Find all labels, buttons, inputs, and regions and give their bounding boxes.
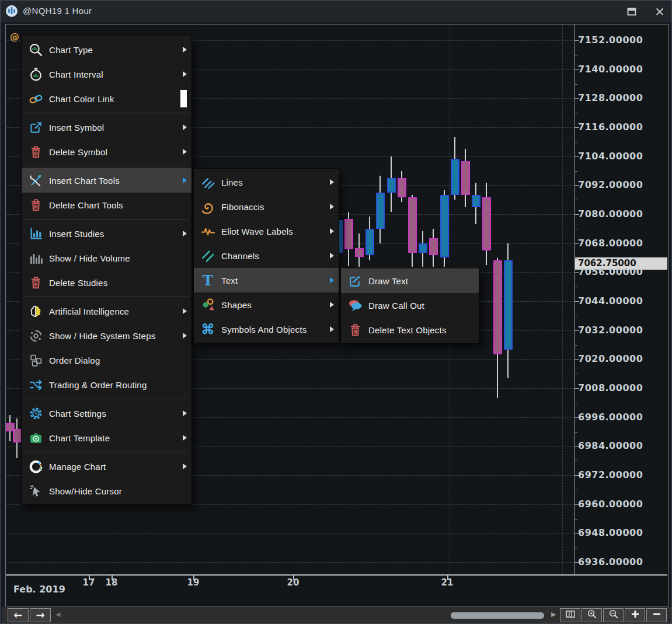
channels-icon (200, 248, 216, 263)
price-axis-tick (574, 243, 579, 244)
candle-down (355, 248, 364, 257)
text-submenu: Draw Text Draw Call Out Delete Text Obje… (340, 267, 479, 344)
price-axis-label: 7068.00000 (578, 238, 666, 249)
price-axis-minor-tick (574, 345, 577, 346)
increase-bar-width-button[interactable] (625, 608, 645, 622)
menu-item-draw-text[interactable]: Draw Text (341, 269, 479, 293)
volume-bars-icon (27, 250, 44, 266)
scrollbar-left-arrow-icon[interactable]: ◀ (55, 611, 60, 618)
candle-down (429, 238, 438, 255)
price-axis-minor-tick (574, 55, 577, 55)
time-axis-label: 21 (441, 577, 454, 588)
price-axis-label: 7092.00000 (578, 179, 666, 191)
chart-context-menu: Chart Type Chart Interval Chart Color Li… (21, 36, 192, 505)
price-axis-tick (574, 40, 579, 41)
trash-icon (27, 197, 44, 212)
menu-item-insert-chart-tools[interactable]: Insert Chart Tools (22, 168, 191, 193)
scrollbar-right-arrow-icon[interactable]: ▶ (551, 611, 556, 618)
menu-item-delete-symbol[interactable]: Delete Symbol (22, 140, 191, 164)
title-bar[interactable]: @NQH19 1 Hour (1, 1, 671, 22)
call-out-icon (347, 298, 363, 313)
menu-item-delete-studies[interactable]: Delete Studies (22, 270, 191, 295)
menu-item-delete-text-objects[interactable]: Delete Text Objects (341, 318, 479, 342)
price-axis-minor-tick (574, 229, 577, 229)
zoom-in-button[interactable] (582, 608, 602, 622)
submenu-arrow-icon (183, 308, 187, 314)
menu-item-symbols-and-objects[interactable]: ⌘ Symbols And Objects (194, 317, 339, 341)
price-axis-label: 7044.00000 (578, 295, 666, 307)
submenu-arrow-icon (183, 71, 187, 77)
bottom-toolbar: ← → ◀ ▶ (2, 607, 671, 623)
menu-item-show-hide-volume[interactable]: Show / Hide Volume (22, 246, 191, 270)
close-window-button[interactable] (652, 6, 667, 17)
menu-item-show-hide-system-steps[interactable]: Show / Hide System Steps (22, 323, 191, 348)
submenu-arrow-icon (330, 326, 334, 332)
zoom-out-button[interactable] (603, 608, 624, 622)
menu-item-delete-chart-tools[interactable]: Delete Chart Tools (22, 193, 191, 217)
menu-item-trading-order-routing[interactable]: Trading & Order Routing (22, 372, 191, 397)
chart-scrollbar-thumb[interactable] (451, 612, 544, 619)
price-axis-tick (574, 185, 579, 186)
submenu-arrow-icon (330, 228, 334, 234)
price-axis-label: 7140.00000 (578, 64, 666, 75)
decrease-bar-width-button[interactable] (646, 608, 667, 622)
color-link-swatch[interactable] (180, 90, 187, 107)
menu-item-chart-interval[interactable]: Chart Interval (22, 62, 191, 86)
menu-item-eliot-wave-labels[interactable]: Eliot Wave Labels (194, 219, 339, 243)
system-steps-icon (27, 328, 44, 343)
trash-icon (27, 144, 44, 159)
candle-up (419, 243, 427, 253)
menu-item-chart-template[interactable]: Chart Template (22, 426, 191, 450)
menu-item-chart-settings[interactable]: Chart Settings (22, 401, 191, 426)
price-axis-label: 6948.00000 (578, 527, 666, 539)
menu-item-lines[interactable]: Lines (194, 170, 339, 194)
menu-item-insert-symbol[interactable]: Insert Symbol (22, 115, 191, 140)
price-axis-border (574, 25, 575, 576)
bar-spacing-icon (565, 609, 576, 622)
minus-icon (652, 609, 662, 622)
menu-item-chart-color-link[interactable]: Chart Color Link (22, 86, 191, 111)
scroll-back-button[interactable]: ← (8, 608, 29, 622)
price-axis-minor-tick (574, 548, 577, 548)
price-axis-label: 7080.00000 (578, 208, 666, 220)
menu-item-text[interactable]: T Text (194, 268, 339, 292)
menu-item-order-dialog[interactable]: Order Dialog (22, 348, 191, 372)
price-axis-minor-tick (574, 171, 577, 172)
candle-up (365, 229, 374, 256)
menu-item-chart-type[interactable]: Chart Type (22, 37, 191, 62)
price-axis-label: 6960.00000 (578, 498, 666, 510)
chart-scrollbar-track[interactable]: ◀ ▶ (53, 608, 558, 622)
price-axis-minor-tick (574, 200, 577, 200)
menu-item-manage-chart[interactable]: Manage Chart (22, 454, 191, 479)
submenu-arrow-icon (330, 302, 334, 308)
menu-item-artificial-intelligence[interactable]: Artificial Intelligence (22, 299, 191, 323)
brain-icon (27, 304, 44, 319)
bar-spacing-button[interactable] (560, 608, 580, 622)
restore-window-button[interactable] (624, 6, 639, 17)
price-axis-label: 6996.00000 (578, 412, 666, 423)
price-axis-minor-tick (574, 519, 577, 520)
menu-item-shapes[interactable]: Shapes (194, 292, 339, 317)
menu-item-draw-call-out[interactable]: Draw Call Out (341, 293, 479, 318)
scroll-forward-button[interactable]: → (30, 608, 51, 622)
submenu-arrow-icon (183, 463, 187, 469)
menu-item-show-hide-cursor[interactable]: Show/Hide Cursor (22, 479, 191, 503)
menu-item-insert-studies[interactable]: Insert Studies (22, 221, 191, 246)
chart-tools-icon (27, 173, 44, 188)
candle-up (504, 260, 513, 350)
menu-item-fibonaccis[interactable]: Fibonaccis (194, 194, 339, 219)
price-axis-tick (574, 301, 579, 302)
price-axis-tick (574, 214, 579, 215)
price-gridline (7, 562, 574, 563)
shuffle-arrows-icon (27, 377, 44, 392)
candle-down (493, 260, 502, 354)
price-axis-tick (574, 69, 579, 70)
menu-separator (22, 450, 191, 454)
price-axis-tick (574, 533, 579, 534)
zoom-in-icon (587, 609, 597, 622)
price-axis-tick (574, 359, 579, 360)
candle-up (440, 195, 449, 258)
submenu-arrow-icon (183, 333, 187, 339)
menu-item-channels[interactable]: Channels (194, 243, 339, 268)
lines-icon (200, 175, 216, 190)
